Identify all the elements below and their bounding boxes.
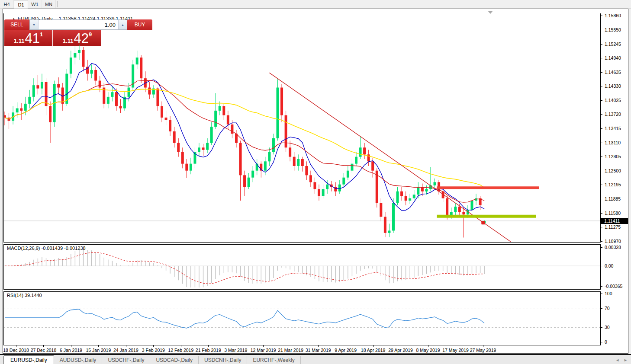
rsi-indicator-panel[interactable] (3, 292, 601, 345)
price-axis-tick-mark (601, 143, 602, 143)
candle-body (128, 88, 130, 97)
tab-scroll-right-icon[interactable]: ► (624, 358, 628, 362)
candle-body (94, 70, 97, 81)
candle-body (65, 74, 68, 104)
tab-scroll-arrows: ◄► (615, 358, 631, 362)
candle-body (161, 106, 163, 118)
candle-body (202, 147, 205, 150)
candle-body (363, 147, 366, 154)
price-axis-tick-label: 1.11275 (605, 224, 621, 230)
candle-body (248, 178, 250, 187)
date-axis-tick-mark (263, 345, 264, 347)
date-axis-label: 24 Jan 2019 (113, 348, 138, 353)
rsi-axis-tick-mark (601, 308, 602, 309)
timeframe-button-H4[interactable]: H4 (0, 0, 14, 8)
candle-body (82, 50, 85, 67)
price-axis-column[interactable]: 1.158601.155501.152451.149401.146351.143… (601, 9, 628, 353)
candle-body (322, 189, 325, 196)
main-candlestick-chart[interactable] (3, 13, 601, 242)
chart-tab-audusd-daily[interactable]: AUDUSD-,Daily (54, 356, 103, 364)
price-axis-tick-label: 1.12500 (605, 168, 621, 173)
price-axis-tick-mark (601, 114, 602, 115)
price-axis-tick-mark (601, 156, 602, 157)
candle-body (165, 118, 167, 120)
price-axis-tick-label: 1.13720 (605, 112, 621, 117)
candle-body (185, 164, 188, 171)
date-axis-label: 9 Apr 2019 (335, 348, 357, 353)
candle-body (251, 171, 254, 178)
price-axis-tick-label: 1.12805 (605, 154, 621, 159)
price-axis-tick-mark (601, 72, 602, 73)
date-axis-tick-mark (181, 345, 181, 347)
price-axis-tick-mark (601, 86, 602, 86)
timeframe-button-D1[interactable]: D1 (14, 0, 28, 9)
date-axis-label: 15 Jan 2019 (86, 348, 111, 353)
candle-body (384, 217, 386, 233)
candle-body (425, 189, 428, 191)
timeframe-button-W1[interactable]: W1 (28, 0, 42, 8)
candle-body (57, 84, 60, 88)
candle-body (210, 127, 213, 143)
tab-scroll-left-icon[interactable]: ◄ (615, 358, 619, 362)
candle-body (334, 187, 337, 192)
timeframe-button-MN[interactable]: MN (42, 0, 56, 8)
chart-shift-marker-icon[interactable] (488, 11, 493, 14)
candle-body (462, 212, 465, 214)
candle-body (326, 185, 328, 189)
price-axis-tick-mark (601, 227, 602, 227)
candle-body (293, 157, 296, 166)
candle-body (49, 106, 52, 122)
candle-body (90, 70, 93, 74)
candle-body (74, 53, 76, 57)
candle-body (434, 182, 436, 185)
candle-body (115, 92, 118, 106)
date-axis-tick-mark (428, 345, 428, 347)
price-axis-tick-mark (601, 199, 602, 199)
candle-body (16, 109, 19, 113)
candle-body (405, 196, 407, 201)
chart-tab-eurusd-daily[interactable]: EURUSD-,Daily (3, 355, 54, 364)
candle-body (392, 203, 395, 230)
macd-histogram (5, 249, 484, 287)
macd-axis-tick-label: -0.00365 (605, 284, 622, 289)
candle-body (276, 88, 279, 138)
price-axis-tick-label: 1.11885 (605, 196, 621, 201)
chart-window[interactable]: ▲EURUSD-,Daily1.11358 1.11424 1.11339 1.… (3, 9, 628, 354)
date-axis-label: 21 Mar 2019 (278, 348, 303, 353)
rsi-label: RSI(14) 39.1440 (7, 293, 42, 298)
price-axis-tick-mark (601, 16, 602, 16)
candle-body (190, 164, 192, 171)
chart-tab-usdcad-daily[interactable]: USDCAD-,Daily (150, 356, 199, 364)
date-axis-label: 29 Apr 2019 (388, 348, 413, 353)
candle-body (338, 185, 341, 192)
chart-tab-usdchf-daily[interactable]: USDCHF-,Daily (102, 356, 150, 364)
price-axis-tick-label: 1.14330 (605, 83, 621, 89)
chart-tab-eurchf-weekly[interactable]: EURCHF-,Weekly (247, 356, 300, 364)
timeframe-toolbar: H4D1W1MN (0, 0, 631, 9)
candle-body (268, 152, 270, 161)
candle-body (140, 57, 142, 78)
price-axis-tick-mark (601, 171, 602, 171)
candle-body (136, 57, 138, 64)
price-axis-tick-mark (601, 241, 602, 242)
candle-body (454, 207, 457, 212)
price-axis-tick-label: 1.13415 (605, 126, 621, 131)
price-axis-tick-mark (601, 213, 602, 214)
macd-values: -0.001439 -0.001238 (41, 246, 85, 251)
trade-marker[interactable] (481, 221, 485, 224)
macd-indicator-panel[interactable] (3, 245, 601, 289)
candle-body (239, 143, 242, 176)
date-axis-label: 6 Jan 2019 (60, 348, 82, 353)
macd-axis-tick-label: 0.00 (605, 263, 613, 268)
rsi-axis-tick-mark (601, 327, 602, 328)
price-axis-tick-label: 1.15860 (605, 13, 621, 18)
date-axis-tick-mark (401, 345, 401, 347)
macd-axis-tick-mark (601, 247, 602, 248)
candle-body (181, 152, 184, 164)
rsi-value: 39.1440 (25, 293, 42, 298)
chart-tab-usdcnh-daily[interactable]: USDCNH-,Daily (199, 356, 247, 364)
candle-body (177, 143, 180, 152)
candle-body (301, 159, 304, 166)
candle-body (198, 147, 200, 152)
candle-body (413, 195, 415, 198)
